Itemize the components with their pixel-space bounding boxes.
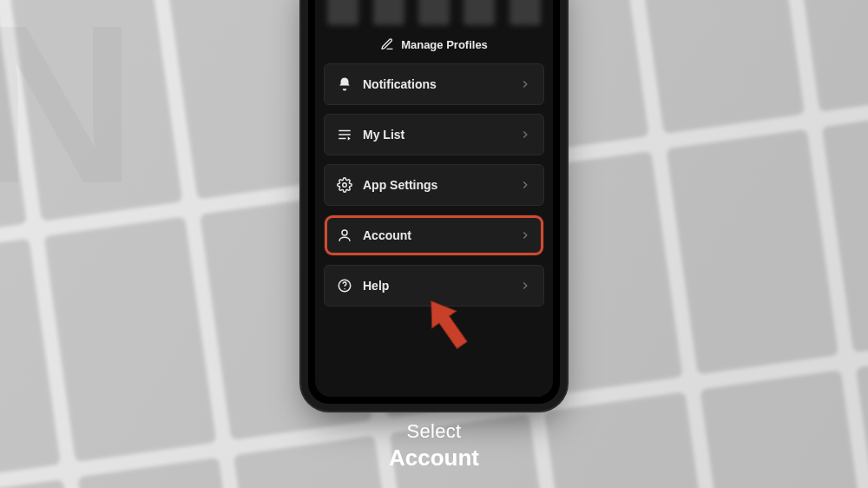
- gear-icon: [337, 177, 352, 193]
- chevron-right-icon: [519, 78, 531, 90]
- chevron-right-icon: [519, 179, 531, 191]
- chevron-right-icon: [519, 280, 531, 292]
- menu-item-label: App Settings: [363, 178, 437, 192]
- menu-item-label: My List: [363, 128, 404, 142]
- manage-profiles-button[interactable]: Manage Profiles: [315, 29, 553, 63]
- tutorial-stage: N Manage Profiles Notifications: [0, 0, 868, 488]
- brand-n-watermark: N: [0, 0, 137, 217]
- manage-profiles-label: Manage Profiles: [401, 38, 488, 51]
- menu-item-label: Help: [363, 279, 389, 293]
- list-icon: [337, 127, 352, 142]
- caption-line-2: Account: [0, 445, 868, 472]
- menu-item-my-list[interactable]: My List: [324, 114, 544, 155]
- more-menu: Notifications My List: [315, 63, 553, 307]
- menu-item-label: Account: [363, 228, 411, 242]
- chevron-right-icon: [519, 129, 531, 141]
- phone-frame: Manage Profiles Notifications M: [308, 0, 560, 404]
- bell-icon: [337, 76, 352, 92]
- caption-line-1: Select: [0, 420, 868, 443]
- svg-point-3: [343, 183, 347, 188]
- menu-item-account[interactable]: Account: [324, 214, 544, 256]
- menu-item-notifications[interactable]: Notifications: [324, 63, 544, 105]
- pencil-icon: [380, 37, 394, 51]
- instruction-caption: Select Account: [0, 420, 868, 472]
- menu-item-help[interactable]: Help: [324, 265, 544, 307]
- phone-screen: Manage Profiles Notifications M: [315, 0, 553, 397]
- chevron-right-icon: [519, 229, 531, 241]
- svg-point-6: [344, 288, 345, 290]
- person-icon: [337, 228, 352, 243]
- svg-point-4: [342, 230, 347, 235]
- menu-item-label: Notifications: [363, 77, 437, 91]
- profile-avatars-blurred: [315, 0, 553, 29]
- menu-item-app-settings[interactable]: App Settings: [324, 164, 544, 206]
- help-icon: [337, 278, 352, 293]
